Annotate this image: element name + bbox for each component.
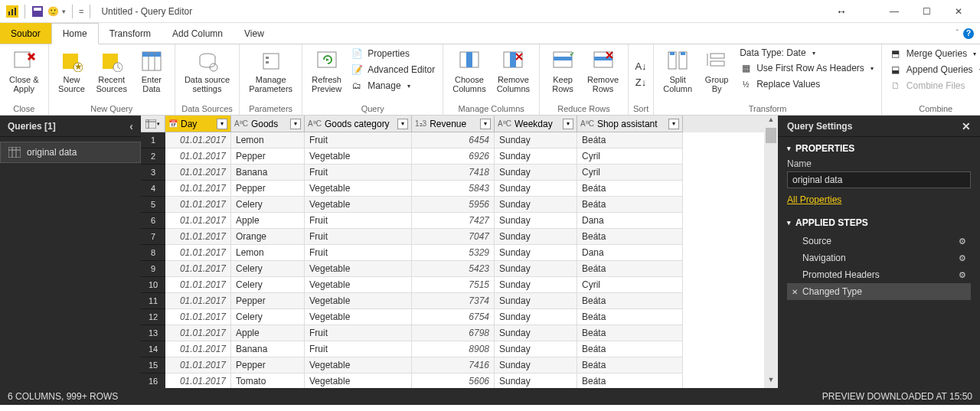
- rownum-header[interactable]: ▾: [141, 116, 165, 132]
- cell[interactable]: 01.01.2017: [165, 309, 231, 325]
- cell[interactable]: Beáta: [577, 293, 683, 309]
- cell[interactable]: Beáta: [577, 197, 683, 213]
- cell[interactable]: Vegetable: [305, 261, 412, 277]
- row-number[interactable]: 11: [141, 293, 165, 309]
- cell[interactable]: Beáta: [577, 357, 683, 373]
- column-header-goods-category[interactable]: AᴮCGoods category▾: [305, 116, 412, 132]
- cell[interactable]: 01.01.2017: [165, 357, 231, 373]
- cell[interactable]: 01.01.2017: [165, 373, 231, 388]
- table-row[interactable]: 501.01.2017CeleryVegetable5956SundayBeát…: [141, 197, 764, 213]
- cell[interactable]: 7515: [412, 277, 495, 293]
- manage-parameters-button[interactable]: Manage Parameters: [244, 46, 297, 103]
- cell[interactable]: 01.01.2017: [165, 341, 231, 357]
- minimize-button[interactable]: —: [879, 1, 910, 22]
- cell[interactable]: Lemon: [231, 245, 305, 261]
- cell[interactable]: 01.01.2017: [165, 293, 231, 309]
- row-number[interactable]: 16: [141, 373, 165, 388]
- column-header-goods[interactable]: AᴮCGoods▾: [231, 116, 305, 132]
- cell[interactable]: Sunday: [495, 213, 577, 229]
- column-header-revenue[interactable]: 1₂3Revenue▾: [412, 116, 495, 132]
- cell[interactable]: Sunday: [495, 373, 577, 388]
- cell[interactable]: Fruit: [305, 341, 412, 357]
- refresh-preview-button[interactable]: Refresh Preview: [307, 46, 346, 103]
- cell[interactable]: Sunday: [495, 181, 577, 197]
- row-number[interactable]: 8: [141, 245, 165, 261]
- column-header-day[interactable]: 📅Day▾: [165, 116, 231, 132]
- cell[interactable]: Fruit: [305, 229, 412, 245]
- table-row[interactable]: 1101.01.2017PepperVegetable7374SundayBeá…: [141, 293, 764, 309]
- all-properties-link[interactable]: All Properties: [787, 194, 841, 205]
- maximize-button[interactable]: ☐: [911, 1, 942, 22]
- grid-rows[interactable]: 101.01.2017LemonFruit6454SundayBeáta201.…: [141, 132, 764, 388]
- cell[interactable]: Sunday: [495, 245, 577, 261]
- cell[interactable]: 01.01.2017: [165, 148, 231, 165]
- cell[interactable]: 7418: [412, 165, 495, 181]
- gear-icon[interactable]: ⚙: [959, 236, 966, 246]
- smiley-icon[interactable]: 🙂: [47, 5, 59, 18]
- cell[interactable]: Sunday: [495, 325, 577, 341]
- cell[interactable]: 7047: [412, 229, 495, 245]
- cell[interactable]: Sunday: [495, 277, 577, 293]
- menu-file[interactable]: Soubor: [0, 23, 51, 44]
- cell[interactable]: Sunday: [495, 309, 577, 325]
- cell[interactable]: 6798: [412, 325, 495, 341]
- cell[interactable]: 5956: [412, 197, 495, 213]
- table-row[interactable]: 1401.01.2017BananaFruit8908SundayBeáta: [141, 341, 764, 357]
- cell[interactable]: Beáta: [577, 261, 683, 277]
- cell[interactable]: Dana: [577, 245, 683, 261]
- row-number[interactable]: 4: [141, 181, 165, 197]
- cell[interactable]: Vegetable: [305, 357, 412, 373]
- cell[interactable]: 01.01.2017: [165, 245, 231, 261]
- row-number[interactable]: 2: [141, 148, 165, 165]
- cell[interactable]: 01.01.2017: [165, 213, 231, 229]
- new-source-button[interactable]: ★New Source: [54, 46, 90, 103]
- cell[interactable]: Orange: [231, 229, 305, 245]
- sort-desc-button[interactable]: Z↓: [633, 75, 648, 90]
- table-row[interactable]: 1201.01.2017CeleryVegetable6754SundayBeá…: [141, 309, 764, 325]
- cell[interactable]: Sunday: [495, 229, 577, 245]
- cell[interactable]: 01.01.2017: [165, 181, 231, 197]
- cell[interactable]: Tomato: [231, 373, 305, 388]
- cell[interactable]: 6754: [412, 309, 495, 325]
- cell[interactable]: Vegetable: [305, 148, 412, 165]
- properties-button[interactable]: 📄Properties: [348, 46, 438, 61]
- close-settings-icon[interactable]: ✕: [962, 120, 971, 132]
- cell[interactable]: Pepper: [231, 357, 305, 373]
- ribbon-toggle-icon[interactable]: ˆ: [956, 29, 959, 38]
- first-row-headers-button[interactable]: ▦Use First Row As Headers▾: [737, 60, 877, 76]
- split-column-button[interactable]: Split Column: [658, 46, 697, 103]
- cell[interactable]: 8908: [412, 341, 495, 357]
- menu-home[interactable]: Home: [51, 23, 99, 44]
- cell[interactable]: Sunday: [495, 261, 577, 277]
- cell[interactable]: 7374: [412, 293, 495, 309]
- cell[interactable]: Vegetable: [305, 309, 412, 325]
- cell[interactable]: Vegetable: [305, 373, 412, 388]
- cell[interactable]: Cyril: [577, 165, 683, 181]
- table-row[interactable]: 301.01.2017BananaFruit7418SundayCyril: [141, 165, 764, 181]
- cell[interactable]: Beáta: [577, 309, 683, 325]
- cell[interactable]: Fruit: [305, 132, 412, 148]
- row-number[interactable]: 9: [141, 261, 165, 277]
- cell[interactable]: 7416: [412, 357, 495, 373]
- merge-queries-button[interactable]: ⬒Merge Queries▾: [887, 46, 980, 61]
- table-row[interactable]: 601.01.2017AppleFruit7427SundayDana: [141, 213, 764, 229]
- cell[interactable]: Fruit: [305, 165, 412, 181]
- cell[interactable]: Pepper: [231, 181, 305, 197]
- applied-steps-title[interactable]: ▾APPLIED STEPS: [787, 217, 971, 228]
- applied-step[interactable]: Source⚙: [787, 233, 971, 250]
- cell[interactable]: Sunday: [495, 197, 577, 213]
- gear-icon[interactable]: ⚙: [959, 253, 966, 263]
- choose-columns-button[interactable]: Choose Columns: [448, 46, 490, 103]
- cell[interactable]: 5423: [412, 261, 495, 277]
- row-number[interactable]: 13: [141, 325, 165, 341]
- cell[interactable]: Cyril: [577, 148, 683, 165]
- cell[interactable]: Sunday: [495, 132, 577, 148]
- query-item[interactable]: original data: [0, 142, 141, 163]
- advanced-editor-button[interactable]: 📝Advanced Editor: [348, 62, 438, 77]
- table-row[interactable]: 1501.01.2017PepperVegetable7416SundayBeá…: [141, 357, 764, 373]
- group-by-button[interactable]: Group By: [698, 46, 735, 103]
- column-header-weekday[interactable]: AᴮCWeekday▾: [495, 116, 577, 132]
- save-icon[interactable]: [31, 5, 44, 18]
- cell[interactable]: Sunday: [495, 148, 577, 165]
- cell[interactable]: Beáta: [577, 229, 683, 245]
